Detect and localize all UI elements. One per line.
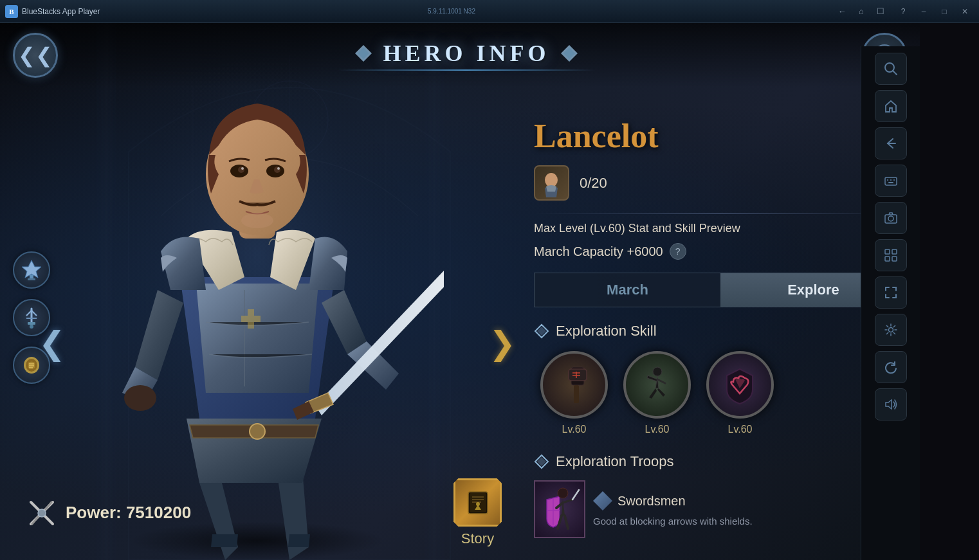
swordsman-icon bbox=[537, 483, 582, 535]
edge-back-btn[interactable] bbox=[875, 127, 907, 159]
divider-line bbox=[534, 213, 907, 214]
edge-fullscreen-btn[interactable] bbox=[875, 276, 907, 309]
svg-line-63 bbox=[572, 490, 579, 500]
skill-2-level: Lv.60 bbox=[645, 424, 670, 435]
app-icon: B bbox=[5, 5, 18, 18]
diamond-icon bbox=[534, 323, 549, 339]
svg-point-62 bbox=[558, 488, 568, 498]
volume-icon bbox=[884, 397, 898, 411]
march-capacity-text: March Capacity +6000 bbox=[534, 244, 663, 259]
svg-rect-52 bbox=[569, 369, 587, 381]
question-mark: ? bbox=[675, 246, 681, 257]
svg-line-65 bbox=[893, 71, 897, 75]
power-section: Power: 7510200 bbox=[26, 497, 191, 529]
skill-item-3: Lv.60 bbox=[706, 351, 774, 435]
window-controls: ? – □ ✕ bbox=[894, 5, 974, 19]
skill-circle-1[interactable] bbox=[540, 351, 608, 419]
close-window-btn[interactable]: ✕ bbox=[956, 5, 974, 19]
svg-point-48 bbox=[545, 173, 558, 187]
app-title-text: BlueStacks App Player bbox=[22, 7, 423, 16]
xp-display: 0/20 bbox=[580, 175, 607, 192]
svg-point-57 bbox=[653, 367, 662, 376]
svg-rect-67 bbox=[885, 177, 897, 185]
exploration-troops-label: Exploration Troops bbox=[556, 453, 673, 470]
sidebar-rank-icon[interactable] bbox=[13, 251, 50, 289]
svg-point-9 bbox=[124, 385, 156, 411]
svg-point-16 bbox=[241, 167, 244, 170]
next-hero-button[interactable]: ❯ bbox=[489, 325, 516, 362]
left-sidebar bbox=[13, 251, 50, 384]
search-icon bbox=[884, 62, 898, 76]
back-icon: ❮❮ bbox=[18, 43, 53, 68]
title-bar: B BlueStacks App Player 5.9.11.1001 N32 … bbox=[0, 0, 979, 23]
minimize-btn[interactable]: – bbox=[915, 5, 933, 19]
troop-image bbox=[534, 480, 585, 538]
tab-march[interactable]: March bbox=[535, 273, 720, 307]
troop-name-row: Swordsmen bbox=[593, 491, 864, 510]
fullscreen-icon bbox=[884, 285, 898, 300]
prev-icon: ❮ bbox=[39, 325, 66, 361]
svg-rect-76 bbox=[885, 257, 890, 261]
rotate-icon bbox=[884, 360, 898, 374]
svg-point-73 bbox=[888, 216, 893, 221]
edge-apps-btn[interactable] bbox=[875, 239, 907, 271]
svg-point-78 bbox=[888, 328, 893, 332]
crossed-swords-icon bbox=[26, 497, 58, 529]
edge-settings-btn[interactable] bbox=[875, 314, 907, 346]
skill-3-level: Lv.60 bbox=[728, 424, 753, 435]
exploration-troops-header: Exploration Troops bbox=[534, 453, 907, 470]
svg-point-14 bbox=[238, 167, 244, 173]
edge-home-btn[interactable] bbox=[875, 90, 907, 122]
game-area: ❮❮ HERO INFO bbox=[0, 23, 920, 560]
back-arrow-icon bbox=[884, 136, 898, 150]
hammer-skill-icon bbox=[553, 364, 595, 406]
march-capacity-row: March Capacity +6000 ? bbox=[534, 243, 907, 260]
bottom-left-area: Power: 7510200 Story bbox=[0, 478, 515, 547]
next-icon: ❯ bbox=[489, 325, 516, 361]
skill-1-level: Lv.60 bbox=[562, 424, 587, 435]
maximize-btn[interactable]: □ bbox=[935, 5, 953, 19]
diamond-icon-2 bbox=[534, 454, 549, 469]
settings-icon bbox=[884, 323, 898, 337]
edge-search-btn[interactable] bbox=[875, 53, 907, 85]
prev-hero-button[interactable]: ❮ bbox=[39, 325, 66, 362]
rank-icon bbox=[21, 259, 42, 281]
svg-rect-74 bbox=[885, 249, 890, 254]
right-edge-bar bbox=[861, 46, 920, 560]
agility-skill-icon bbox=[636, 364, 678, 406]
heart-shield-icon bbox=[719, 364, 761, 406]
nav-bookmark-btn[interactable]: ☐ bbox=[872, 5, 889, 19]
max-level-preview: Max Level (Lv.60) Stat and Skill Preview bbox=[534, 222, 907, 235]
edge-rotate-btn[interactable] bbox=[875, 351, 907, 383]
svg-point-17 bbox=[277, 167, 280, 170]
edge-volume-btn[interactable] bbox=[875, 388, 907, 420]
svg-rect-75 bbox=[892, 249, 897, 254]
troops-row: Swordsmen Good at blocking arrows with s… bbox=[534, 480, 907, 538]
camera-icon bbox=[884, 211, 898, 225]
skill-icons-row: Lv.60 bbox=[534, 351, 907, 435]
svg-point-18 bbox=[241, 213, 273, 228]
nav-home-btn[interactable]: ⌂ bbox=[853, 5, 870, 19]
keyboard-icon bbox=[884, 174, 898, 188]
tab-row: March Explore bbox=[534, 273, 907, 307]
svg-point-29 bbox=[30, 325, 33, 329]
nav-back-btn[interactable]: ← bbox=[834, 5, 850, 19]
skill-circle-2[interactable] bbox=[623, 351, 691, 419]
edge-keyboard-btn[interactable] bbox=[875, 165, 907, 197]
back-button[interactable]: ❮❮ bbox=[13, 33, 58, 78]
exploration-skill-header: Exploration Skill bbox=[534, 323, 907, 339]
edge-camera-btn[interactable] bbox=[875, 202, 907, 234]
help-window-btn[interactable]: ? bbox=[894, 5, 912, 19]
story-book-icon bbox=[462, 487, 494, 519]
hero-name: Lancelot bbox=[534, 117, 907, 155]
home-icon bbox=[884, 99, 898, 113]
apps-grid-icon bbox=[884, 248, 898, 262]
svg-rect-28 bbox=[28, 322, 35, 325]
story-button[interactable]: Story bbox=[453, 478, 502, 547]
hero-xp-bar: 0/20 bbox=[534, 165, 907, 201]
svg-rect-53 bbox=[574, 385, 579, 403]
story-label: Story bbox=[461, 530, 494, 547]
skill-circle-3[interactable] bbox=[706, 351, 774, 419]
help-button[interactable]: ? bbox=[670, 243, 686, 260]
title-gem-left bbox=[354, 44, 373, 63]
